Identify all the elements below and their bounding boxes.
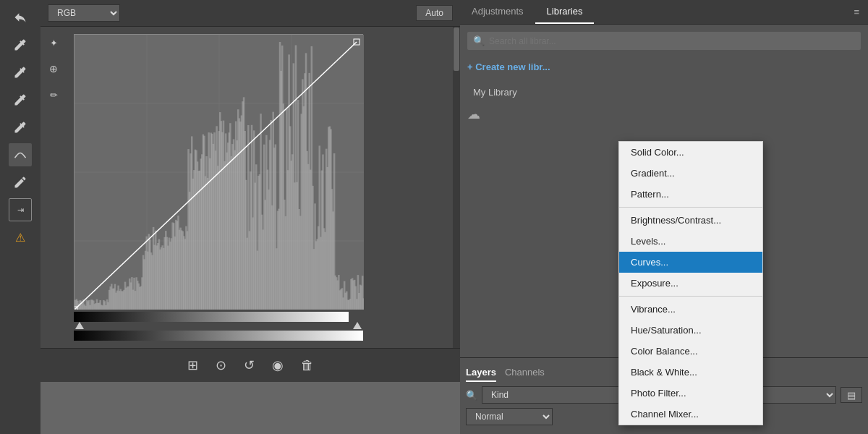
menu-item-black-white[interactable]: Black & White... xyxy=(619,362,762,383)
dropdown-menu: Solid Color... Gradient... Pattern... Br… xyxy=(618,141,763,425)
layer-filter-button[interactable]: ▤ xyxy=(841,387,862,403)
eyedropper-tool-1[interactable] xyxy=(9,33,32,56)
eyedropper-tool-2[interactable] xyxy=(9,61,32,84)
menu-item-solid-color[interactable]: Solid Color... xyxy=(619,142,762,163)
adjustments-tab[interactable]: Adjustments xyxy=(460,0,535,24)
warning-tool[interactable]: ⚠ xyxy=(9,226,32,249)
menu-item-curves[interactable]: Curves... xyxy=(619,252,762,273)
pencil-tool[interactable] xyxy=(9,171,32,194)
menu-item-levels[interactable]: Levels... xyxy=(619,231,762,252)
my-library-label: My Library xyxy=(473,87,517,98)
channels-tab[interactable]: Channels xyxy=(505,364,545,382)
select-tool[interactable]: ✦ xyxy=(43,33,64,53)
panel-menu-icon[interactable]: ≡ xyxy=(845,1,868,23)
input-gradient xyxy=(74,312,349,322)
my-library-item[interactable]: My Library xyxy=(467,82,861,102)
curves-tools: ✦ ⊕ ✏ xyxy=(41,27,67,348)
auto-button[interactable]: Auto xyxy=(416,5,453,21)
menu-item-photo-filter[interactable]: Photo Filter... xyxy=(619,383,762,404)
menu-separator-1 xyxy=(619,207,762,208)
freeform-tool[interactable]: ✏ xyxy=(43,85,64,105)
menu-item-gradient[interactable]: Gradient... xyxy=(619,163,762,184)
adjust-tool[interactable]: ⇥ xyxy=(9,198,32,221)
search-icon: 🔍 xyxy=(473,35,485,46)
menu-separator-2 xyxy=(619,296,762,297)
visibility-button[interactable]: ⊙ xyxy=(211,354,231,376)
move-tool[interactable] xyxy=(9,6,32,29)
curves-scrollbar[interactable] xyxy=(453,27,460,348)
reset-button[interactable]: ↺ xyxy=(239,354,259,376)
white-point-slider[interactable] xyxy=(353,322,362,329)
channel-select[interactable]: RGB xyxy=(48,4,120,22)
delete-button[interactable]: 🗑 xyxy=(297,355,318,376)
image-preview xyxy=(41,382,460,434)
curves-graph-area xyxy=(67,27,453,348)
menu-item-vibrance[interactable]: Vibrance... xyxy=(619,299,762,320)
menu-item-pattern[interactable]: Pattern... xyxy=(619,184,762,205)
search-row: 🔍 xyxy=(467,32,861,50)
menu-item-channel-mixer[interactable]: Channel Mixer... xyxy=(619,404,762,425)
menu-item-exposure[interactable]: Exposure... xyxy=(619,273,762,294)
curves-content: ✦ ⊕ ✏ xyxy=(41,27,460,348)
black-point-slider[interactable] xyxy=(75,322,84,329)
eyedropper-tool-4[interactable] xyxy=(9,116,32,139)
curves-bottom-toolbar: ⊞ ⊙ ↺ ◉ 🗑 xyxy=(41,348,460,382)
scroll-thumb[interactable] xyxy=(454,27,459,71)
add-point-tool[interactable]: ⊕ xyxy=(43,59,64,79)
create-library-label: + Create new libr... xyxy=(467,61,550,72)
search-kind-icon: 🔍 xyxy=(466,390,477,401)
eye-button[interactable]: ◉ xyxy=(268,354,288,376)
menu-item-brightness[interactable]: Brightness/Contrast... xyxy=(619,210,762,231)
search-input[interactable] xyxy=(489,36,855,46)
curves-panel: RGB Auto ✦ ⊕ ✏ xyxy=(41,0,460,434)
libraries-tab[interactable]: Libraries xyxy=(535,0,595,24)
output-gradient xyxy=(74,331,363,341)
layers-tab[interactable]: Layers xyxy=(466,364,496,382)
create-library-button[interactable]: + Create new libr... xyxy=(467,57,861,77)
menu-item-color-balance[interactable]: Color Balance... xyxy=(619,341,762,362)
tools-panel: ⇥ ⚠ xyxy=(0,0,41,434)
cloud-icon: ☁ xyxy=(467,102,861,127)
menu-item-hue-sat[interactable]: Hue/Saturation... xyxy=(619,320,762,341)
curves-canvas[interactable] xyxy=(74,34,363,309)
curves-header: RGB Auto xyxy=(41,0,460,27)
copy-merged-button[interactable]: ⊞ xyxy=(183,354,203,376)
panel-tabs: Adjustments Libraries ≡ xyxy=(460,0,868,25)
normal-select[interactable]: Normal xyxy=(466,408,553,425)
eyedropper-tool-3[interactable] xyxy=(9,88,32,111)
curve-tool[interactable] xyxy=(9,143,32,166)
